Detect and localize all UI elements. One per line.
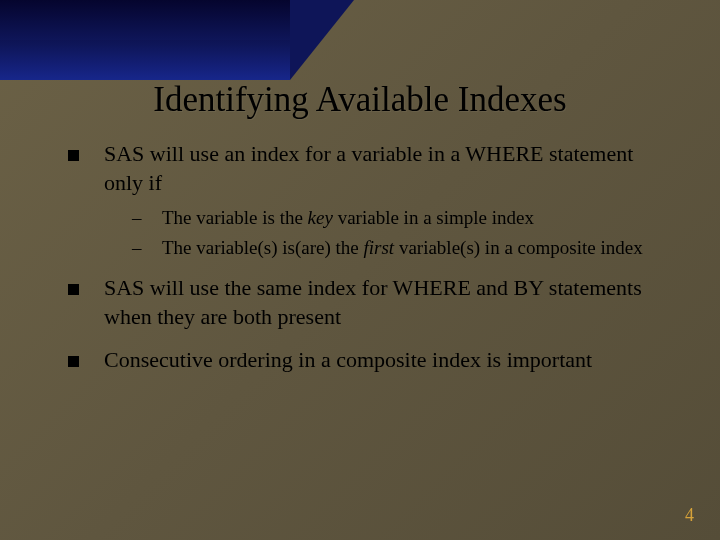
slide-title: Identifying Available Indexes bbox=[0, 80, 720, 120]
sub-bullet-text-post: variable in a simple index bbox=[333, 207, 534, 228]
sub-bullet-emph: key bbox=[308, 207, 333, 228]
sub-bullet-item: – The variable(s) is(are) the first vari… bbox=[104, 235, 670, 261]
sub-bullet-list: – The variable is the key variable in a … bbox=[104, 205, 670, 260]
bullet-text: Consecutive ordering in a composite inde… bbox=[104, 347, 592, 372]
bullet-text: SAS will use the same index for WHERE an… bbox=[104, 275, 642, 329]
bullet-list: SAS will use an index for a variable in … bbox=[50, 140, 670, 374]
corner-grad-top bbox=[0, 0, 290, 40]
dash-bullet-icon: – bbox=[132, 235, 142, 261]
bullet-item: SAS will use an index for a variable in … bbox=[50, 140, 670, 260]
bullet-text: SAS will use an index for a variable in … bbox=[104, 141, 633, 195]
square-bullet-icon bbox=[68, 284, 79, 295]
square-bullet-icon bbox=[68, 356, 79, 367]
square-bullet-icon bbox=[68, 150, 79, 161]
corner-accent bbox=[0, 0, 290, 80]
sub-bullet-text-pre: The variable is the bbox=[162, 207, 308, 228]
slide-body: SAS will use an index for a variable in … bbox=[50, 140, 670, 388]
sub-bullet-emph: first bbox=[364, 237, 395, 258]
sub-bullet-text-post: variable(s) in a composite index bbox=[394, 237, 643, 258]
dash-bullet-icon: – bbox=[132, 205, 142, 231]
sub-bullet-item: – The variable is the key variable in a … bbox=[104, 205, 670, 231]
bullet-item: SAS will use the same index for WHERE an… bbox=[50, 274, 670, 331]
sub-bullet-text-pre: The variable(s) is(are) the bbox=[162, 237, 364, 258]
bullet-item: Consecutive ordering in a composite inde… bbox=[50, 346, 670, 375]
corner-wedge-overlay bbox=[290, 0, 354, 80]
slide: Identifying Available Indexes SAS will u… bbox=[0, 0, 720, 540]
page-number: 4 bbox=[685, 505, 694, 526]
